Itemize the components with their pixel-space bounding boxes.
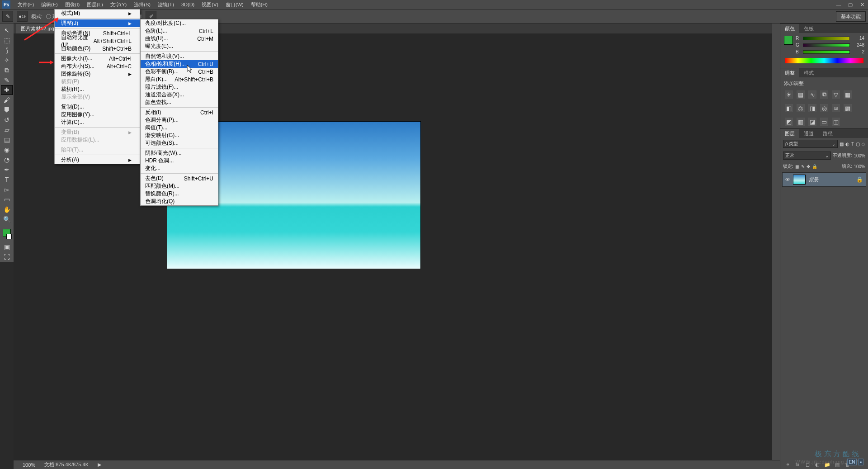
tool-preset-icon[interactable]: ✎ bbox=[2, 11, 13, 22]
filter-smart-icon[interactable]: ◇ bbox=[862, 142, 865, 147]
menu1-auto-color[interactable]: 自动颜色(O)Shift+Ctrl+B bbox=[55, 45, 140, 52]
menu-select[interactable]: 选择(S) bbox=[130, 0, 154, 9]
menu-3d[interactable]: 3D(D) bbox=[178, 1, 198, 8]
filter-shape-icon[interactable]: ▢ bbox=[856, 142, 860, 147]
stamp-tool-icon[interactable]: ⛊ bbox=[1, 105, 13, 115]
eyedropper-tool-icon[interactable]: ✎ bbox=[1, 75, 13, 85]
type-tool-icon[interactable]: T bbox=[1, 175, 13, 185]
color-panel-swatch[interactable] bbox=[784, 36, 793, 45]
history-brush-icon[interactable]: ↺ bbox=[1, 115, 13, 125]
collapsed-panel-column[interactable] bbox=[772, 24, 780, 469]
menu2-levels[interactable]: 色阶(L)...Ctrl+L bbox=[141, 27, 218, 35]
ime-indicator[interactable]: EN ▪ bbox=[847, 459, 863, 465]
adj-threshold-icon[interactable]: ◪ bbox=[808, 118, 816, 126]
visibility-eye-icon[interactable]: 👁 bbox=[785, 177, 790, 182]
menu2-selective-color[interactable]: 可选颜色(S)... bbox=[141, 139, 218, 147]
menu2-color-lookup[interactable]: 颜色查找... bbox=[141, 99, 218, 106]
link-layers-icon[interactable]: ⚭ bbox=[784, 461, 791, 468]
filter-adjust-icon[interactable]: ◐ bbox=[845, 142, 849, 147]
close-button[interactable]: ✕ bbox=[856, 0, 868, 9]
lock-trans-icon[interactable]: ▦ bbox=[795, 164, 799, 169]
menu-window[interactable]: 窗口(W) bbox=[222, 0, 247, 9]
menu2-color-balance[interactable]: 色彩平衡(B)...Ctrl+B bbox=[141, 68, 218, 76]
adj-lookup-icon[interactable]: ▩ bbox=[844, 104, 852, 112]
menu2-desaturate[interactable]: 去色(D)Shift+Ctrl+U bbox=[141, 175, 218, 182]
adj-posterize-icon[interactable]: ▥ bbox=[797, 118, 805, 126]
menu-layer[interactable]: 图层(L) bbox=[83, 0, 106, 9]
menu1-apply-image[interactable]: 应用图像(Y)... bbox=[55, 111, 140, 118]
layer-item-background[interactable]: 👁 背景 🔒 bbox=[782, 172, 866, 187]
eraser-tool-icon[interactable]: ▱ bbox=[1, 125, 13, 135]
menu1-canvas-size[interactable]: 画布大小(S)...Alt+Ctrl+C bbox=[55, 62, 140, 70]
menu2-replace-color[interactable]: 替换颜色(R)... bbox=[141, 190, 218, 198]
lock-paint-icon[interactable]: ✎ bbox=[801, 164, 805, 169]
menu-type[interactable]: 文字(Y) bbox=[107, 0, 131, 9]
menu1-analysis[interactable]: 分析(A)▶ bbox=[55, 156, 140, 164]
gradient-tool-icon[interactable]: ▤ bbox=[1, 135, 13, 145]
status-arrow-icon[interactable]: ▶ bbox=[98, 462, 101, 468]
quickmask-icon[interactable]: ▣ bbox=[1, 242, 13, 252]
workspace-switcher[interactable]: 基本功能 bbox=[836, 11, 866, 22]
g-slider[interactable]: G248 bbox=[796, 43, 864, 47]
tab-layers[interactable]: 图层 bbox=[780, 129, 799, 138]
menu2-match-color[interactable]: 匹配颜色(M)... bbox=[141, 182, 218, 190]
dodge-tool-icon[interactable]: ◔ bbox=[1, 155, 13, 165]
lasso-tool-icon[interactable]: ⟆ bbox=[1, 45, 13, 55]
adj-gradmap-icon[interactable]: ▭ bbox=[820, 118, 828, 126]
zoom-tool-icon[interactable]: 🔍 bbox=[1, 214, 13, 224]
menu2-photo-filter[interactable]: 照片滤镜(F)... bbox=[141, 83, 218, 91]
menu-view[interactable]: 视图(V) bbox=[198, 0, 222, 9]
adj-balance-icon[interactable]: ⚖ bbox=[797, 104, 805, 112]
lock-move-icon[interactable]: ✥ bbox=[807, 164, 810, 169]
lock-all-icon[interactable]: 🔒 bbox=[812, 164, 817, 169]
b-slider[interactable]: B2 bbox=[796, 49, 864, 54]
menu-filter[interactable]: 滤镜(T) bbox=[154, 0, 178, 9]
spectrum-bar[interactable] bbox=[785, 58, 863, 63]
layer-thumbnail[interactable] bbox=[793, 175, 806, 185]
menu1-trim[interactable]: 裁切(R)... bbox=[55, 85, 140, 93]
healing-tool-icon[interactable]: ✚ bbox=[1, 85, 13, 95]
ime-lang[interactable]: EN bbox=[847, 459, 857, 465]
menu1-adjust[interactable]: 调整(J)▶ bbox=[55, 19, 140, 27]
background-swatch[interactable] bbox=[6, 234, 12, 239]
menu1-duplicate[interactable]: 复制(D)... bbox=[55, 103, 140, 111]
menu2-shadows-highlights[interactable]: 阴影/高光(W)... bbox=[141, 149, 218, 157]
menu1-calculations[interactable]: 计算(C)... bbox=[55, 118, 140, 126]
menu1-mode[interactable]: 模式(M)▶ bbox=[55, 9, 140, 17]
fill-value[interactable]: 100% bbox=[854, 164, 865, 169]
menu2-hue-saturation[interactable]: 色相/饱和度(H)...Ctrl+U bbox=[141, 60, 218, 68]
menu1-auto-contrast[interactable]: 自动对比度(U)Alt+Shift+Ctrl+L bbox=[55, 37, 140, 45]
menu-image[interactable]: 图像(I) bbox=[61, 0, 83, 9]
adj-levels-icon[interactable]: ▤ bbox=[797, 90, 805, 99]
doc-size[interactable]: 文档:875.4K/875.4K bbox=[44, 461, 89, 468]
wand-tool-icon[interactable]: ✧ bbox=[1, 55, 13, 65]
menu2-variations[interactable]: 变化... bbox=[141, 165, 218, 172]
opacity-value[interactable]: 100% bbox=[854, 153, 865, 158]
menu2-curves[interactable]: 曲线(U)...Ctrl+M bbox=[141, 35, 218, 43]
move-tool-icon[interactable]: ↖ bbox=[1, 25, 13, 35]
adj-vibrance-icon[interactable]: ▽ bbox=[832, 90, 840, 99]
filter-type-icon[interactable]: T bbox=[851, 142, 854, 147]
minimize-button[interactable]: — bbox=[833, 0, 844, 9]
adj-exposure-icon[interactable]: ⧉ bbox=[820, 90, 828, 99]
maximize-button[interactable]: ▢ bbox=[844, 0, 856, 9]
tab-swatches[interactable]: 色板 bbox=[799, 24, 818, 33]
menu-file[interactable]: 文件(F) bbox=[14, 0, 38, 9]
screenmode-icon[interactable]: ⛶ bbox=[1, 252, 13, 262]
hand-tool-icon[interactable]: ✋ bbox=[1, 204, 13, 214]
brush-tool-icon[interactable]: 🖌 bbox=[1, 95, 13, 105]
adj-curves-icon[interactable]: ∿ bbox=[808, 90, 816, 99]
menu1-image-size[interactable]: 图像大小(I)...Alt+Ctrl+I bbox=[55, 55, 140, 62]
blur-tool-icon[interactable]: ◉ bbox=[1, 145, 13, 155]
tab-paths[interactable]: 路径 bbox=[818, 129, 837, 138]
menu2-brightness[interactable]: 亮度/对比度(C)... bbox=[141, 19, 218, 27]
brush-preview-icon[interactable]: ●19 bbox=[17, 11, 28, 22]
adj-bw-icon[interactable]: ◨ bbox=[808, 104, 816, 112]
shape-tool-icon[interactable]: ▭ bbox=[1, 194, 13, 204]
menu2-gradient-map[interactable]: 渐变映射(G)... bbox=[141, 132, 218, 139]
adj-settings-icon[interactable]: ▦ bbox=[844, 90, 852, 99]
menu1-rotation[interactable]: 图像旋转(G)▶ bbox=[55, 70, 140, 78]
menu-edit[interactable]: 编辑(E) bbox=[38, 0, 61, 9]
tab-styles[interactable]: 样式 bbox=[799, 68, 818, 78]
crop-tool-icon[interactable]: ⧉ bbox=[1, 65, 13, 75]
